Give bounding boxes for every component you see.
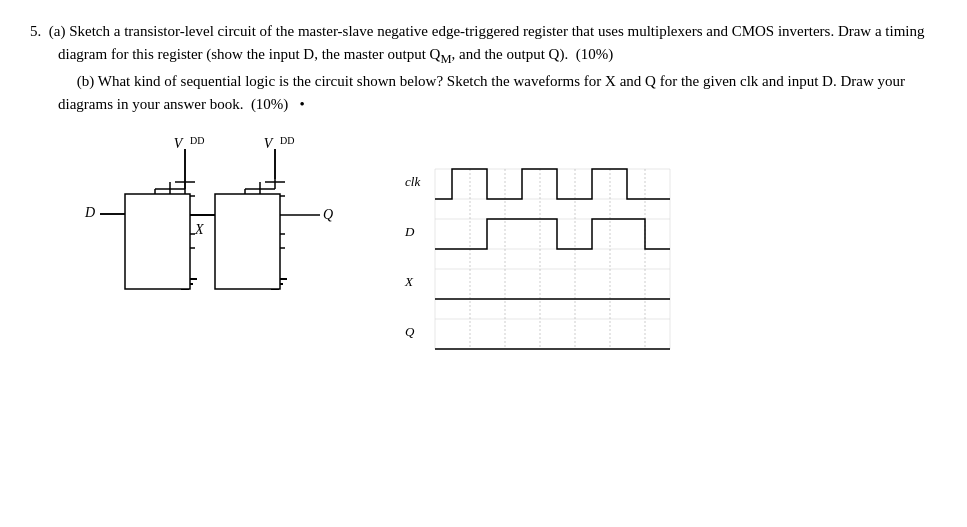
circuit-diagram: V DD V DD [70,134,370,374]
svg-rect-48 [215,194,280,289]
svg-text:D: D [404,224,415,239]
svg-text:Q: Q [323,207,333,222]
timing-diagram: clk D X Q [400,164,660,344]
svg-text:Q: Q [405,324,415,339]
svg-text:V: V [174,136,184,151]
question-text: 5. (a) Sketch a transistor-level circuit… [30,20,937,116]
svg-text:D: D [84,205,95,220]
question-block: 5. (a) Sketch a transistor-level circuit… [30,20,937,116]
circuit-area: V DD V DD [30,134,937,374]
svg-text:V: V [264,136,274,151]
svg-text:X: X [404,274,414,289]
svg-text:DD: DD [190,135,204,146]
svg-rect-25 [125,194,190,289]
svg-text:DD: DD [280,135,294,146]
svg-text:X: X [194,222,204,237]
svg-text:clk: clk [405,174,420,189]
